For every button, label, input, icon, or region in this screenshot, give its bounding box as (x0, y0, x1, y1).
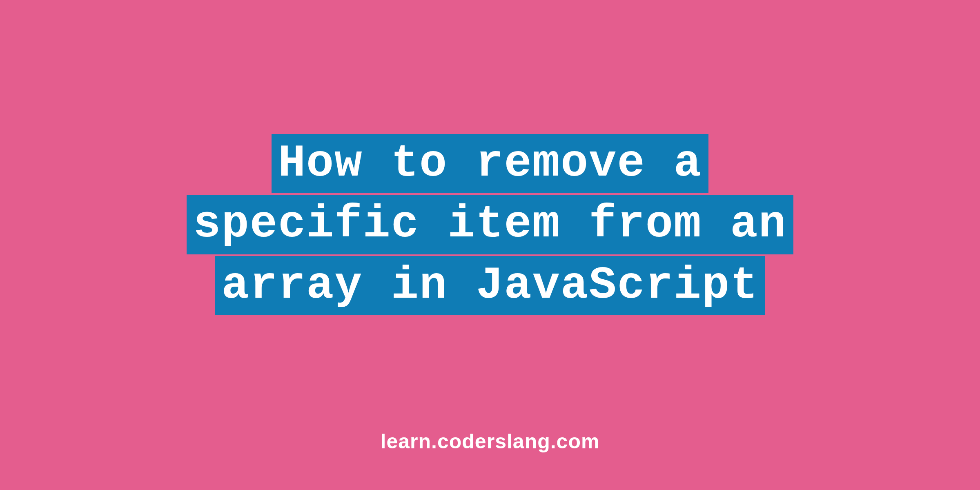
title-line-3: array in JavaScript (215, 256, 765, 316)
footer-text: learn.coderslang.com (381, 430, 600, 453)
title-line-1: How to remove a (272, 134, 708, 194)
title-container: How to remove a specific item from an ar… (187, 133, 793, 316)
title-line-2: specific item from an (187, 195, 793, 254)
